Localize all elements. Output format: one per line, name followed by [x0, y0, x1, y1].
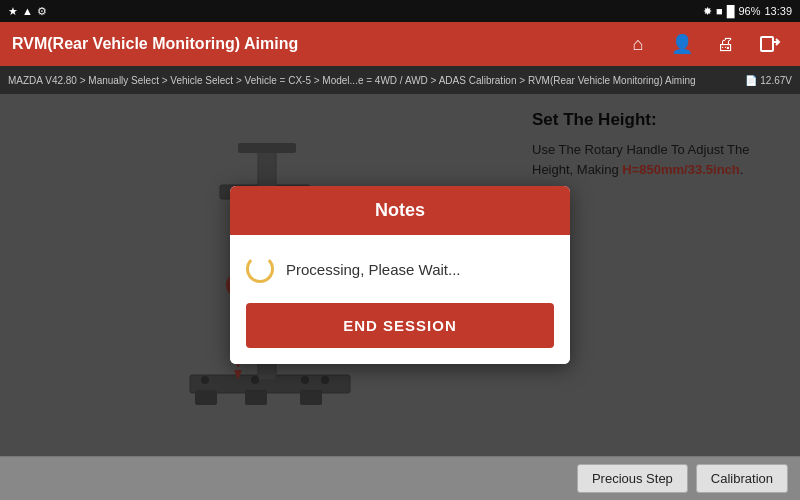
page-title: RVM(Rear Vehicle Monitoring) Aiming: [12, 35, 298, 53]
battery-percent: 96%: [738, 5, 760, 17]
status-bar: ★ ▲ ⚙ ✸ ■ █ 96% 13:39: [0, 0, 800, 22]
wifi-icon: ▲: [22, 5, 33, 17]
exit-button[interactable]: [752, 26, 788, 62]
main-content: h Set The Height: Use The Rotary Handle …: [0, 94, 800, 456]
notes-modal: Notes Processing, Please Wait... END SES…: [230, 186, 570, 364]
title-icons: ⌂ 👤 🖨: [620, 26, 788, 62]
print-button[interactable]: 🖨: [708, 26, 744, 62]
breadcrumb-bar: MAZDA V42.80 > Manually Select > Vehicle…: [0, 66, 800, 94]
end-session-button[interactable]: END SESSION: [246, 303, 554, 348]
user-button[interactable]: 👤: [664, 26, 700, 62]
signal-icon: ■: [716, 5, 723, 17]
modal-body: Processing, Please Wait...: [230, 235, 570, 303]
processing-text: Processing, Please Wait...: [286, 261, 461, 278]
calibration-button[interactable]: Calibration: [696, 464, 788, 493]
time-display: 13:39: [764, 5, 792, 17]
previous-step-button[interactable]: Precious Step: [577, 464, 688, 493]
loading-spinner: [246, 255, 274, 283]
action-bar: Precious Step Calibration: [0, 456, 800, 500]
breadcrumb-battery: 📄 12.67V: [745, 75, 792, 86]
modal-title: Notes: [375, 200, 425, 220]
battery-file-icon: 📄: [745, 75, 757, 86]
settings-icon: ⚙: [37, 5, 47, 18]
svg-rect-0: [761, 37, 773, 51]
status-right-icons: ✸ ■ █ 96% 13:39: [703, 5, 792, 18]
bluetooth-icon: ★: [8, 5, 18, 18]
modal-footer: END SESSION: [230, 303, 570, 364]
battery-icon: █: [727, 5, 735, 17]
modal-overlay: Notes Processing, Please Wait... END SES…: [0, 94, 800, 456]
modal-header: Notes: [230, 186, 570, 235]
breadcrumb-text: MAZDA V42.80 > Manually Select > Vehicle…: [8, 75, 741, 86]
battery-voltage: 12.67V: [760, 75, 792, 86]
status-left-icons: ★ ▲ ⚙: [8, 5, 47, 18]
home-button[interactable]: ⌂: [620, 26, 656, 62]
title-bar: RVM(Rear Vehicle Monitoring) Aiming ⌂ 👤 …: [0, 22, 800, 66]
bluetooth2-icon: ✸: [703, 5, 712, 18]
